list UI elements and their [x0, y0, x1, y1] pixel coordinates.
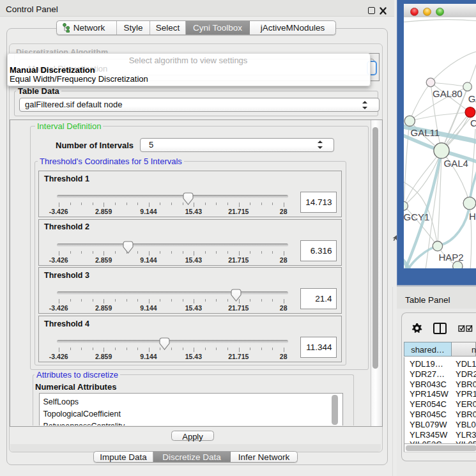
svg-text:GAL11: GAL11 — [411, 127, 440, 138]
svg-text:GA: GA — [468, 93, 476, 104]
svg-text:HI: HI — [469, 211, 476, 222]
svg-text:GCY1: GCY1 — [404, 211, 429, 222]
svg-text:HAP2: HAP2 — [439, 252, 464, 263]
svg-text:GAL80: GAL80 — [433, 88, 463, 99]
svg-text:GAL4: GAL4 — [444, 158, 468, 169]
svg-text:C: C — [470, 118, 476, 128]
